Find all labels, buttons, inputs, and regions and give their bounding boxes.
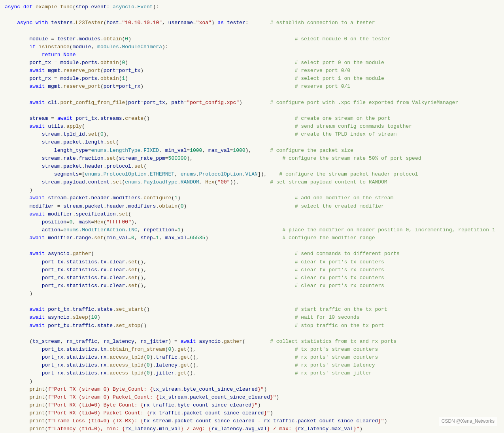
code-line-22: modifier = stream.packet.header.modifier… <box>0 202 504 210</box>
code-line-12: await utils.apply( # send stream config … <box>0 123 504 130</box>
code-line-30: port_rx.statistics.tx.clear.set(), # cle… <box>0 274 504 282</box>
code-line-39: port_rx.statistics.rx.access_tpld(0).lat… <box>0 361 504 369</box>
code-line-17: stream.packet.header.protocol.set( <box>0 163 504 170</box>
code-line-blank-2 <box>0 27 504 35</box>
code-line-36: (tx_stream, rx_traffic, rx_latency, rx_j… <box>0 338 504 346</box>
code-line-14: stream.packet.length.set( <box>0 138 504 146</box>
code-line-33: await port_tx.traffic.state.set_start() … <box>0 306 504 314</box>
code-line-16: stream.rate.fraction.set(stream_rate_ppm… <box>0 155 504 163</box>
code-line-18: segments=[enums.ProtocolOption.ETHERNET,… <box>0 170 504 178</box>
code-line-26: await modifier.range.set(min_val=0, step… <box>0 234 504 242</box>
code-line-8: port_rx = module.ports.obtain(1) # selec… <box>0 75 504 83</box>
code-line-15: length_type=enums.LengthType.FIXED, min_… <box>0 147 504 155</box>
code-line-40: port_rx.statistics.rx.access_tpld(0).jit… <box>0 369 504 377</box>
code-text-1: async def example_func(stop_event: async… <box>5 3 258 11</box>
code-line-34: await asyncio.sleep(10) # wait for 10 se… <box>0 314 504 321</box>
code-line-29: port_tx.statistics.rx.clear.set(), # cle… <box>0 266 504 274</box>
code-line-24: position=0, mask=Hex("FFFF00"), <box>0 218 504 226</box>
code-line-41: ) <box>0 378 504 386</box>
code-line-47: print(f"Latency (tid=0), min: {rx_latenc… <box>0 425 504 433</box>
code-line-27: await asyncio.gather( # send commands to… <box>0 250 504 258</box>
code-line-blank-5 <box>0 242 504 250</box>
code-line-13: stream.tpld_id.set(0), # create the TPLD… <box>0 130 504 138</box>
code-line-blank-3 <box>0 91 504 99</box>
code-line-19: stream.payload.content.set(enums.Payload… <box>0 178 504 186</box>
code-line-5: return None <box>0 51 504 59</box>
code-line-35: await port_tx.traffic.state.set_stop() #… <box>0 322 504 330</box>
code-line-2: async with testers.L23Tester(host="10.10… <box>0 19 504 27</box>
code-line-25: action=enums.ModifierAction.INC, repetit… <box>0 226 504 234</box>
code-line-10: await cli.port_config_from_file(port=por… <box>0 99 504 107</box>
code-line-38: port_rx.statistics.rx.access_tpld(0).tra… <box>0 354 504 361</box>
code-line-blank-1 <box>0 11 504 19</box>
code-line-6: port_tx = module.ports.obtain(0) # selec… <box>0 59 504 67</box>
code-line-1: async def example_func(stop_event: async… <box>0 3 504 11</box>
code-line-7: await mgmt.reserve_port(port=port_tx) # … <box>0 67 504 75</box>
code-line-31: port_rx.statistics.rx.clear.set(), # cle… <box>0 282 504 290</box>
code-container: async def example_func(stop_event: async… <box>0 0 504 433</box>
code-line-23: await modifier.specification.set( <box>0 210 504 218</box>
code-line-blank-6 <box>0 298 504 306</box>
watermark: CSDN @Xena_Networks <box>439 417 497 426</box>
code-line-9: await mgmt.reserve_port(port=port_rx) # … <box>0 83 504 91</box>
code-line-20: ) <box>0 186 504 194</box>
code-line-blank-4 <box>0 107 504 115</box>
code-line-4: if isinstance(module, modules.ModuleChim… <box>0 43 504 51</box>
code-line-42: print(f"Port TX (stream 0) Byte_Count: {… <box>0 386 504 393</box>
code-line-43: print(f"Port TX (stream 0) Packet_Count:… <box>0 393 504 401</box>
code-line-21: await stream.packet.header.modifiers.con… <box>0 194 504 202</box>
code-line-45: print(f"Port RX (tid=0) Packet_Count: {r… <box>0 409 504 417</box>
code-line-32: ) <box>0 290 504 298</box>
code-line-blank-7 <box>0 330 504 338</box>
code-line-44: print(f"Port RX (tid=0) Byte_Count: {rx_… <box>0 401 504 409</box>
code-line-11: stream = await port_tx.streams.create() … <box>0 115 504 123</box>
code-line-46: print(f"Frame Loss (tid=0) (TX-RX): {tx_… <box>0 417 504 425</box>
code-line-3: module = tester.modules.obtain(0) # sele… <box>0 35 504 43</box>
code-line-37: port_tx.statistics.tx.obtain_from_stream… <box>0 346 504 354</box>
comment-1 <box>258 3 499 11</box>
code-line-28: port_tx.statistics.tx.clear.set(), # cle… <box>0 258 504 266</box>
